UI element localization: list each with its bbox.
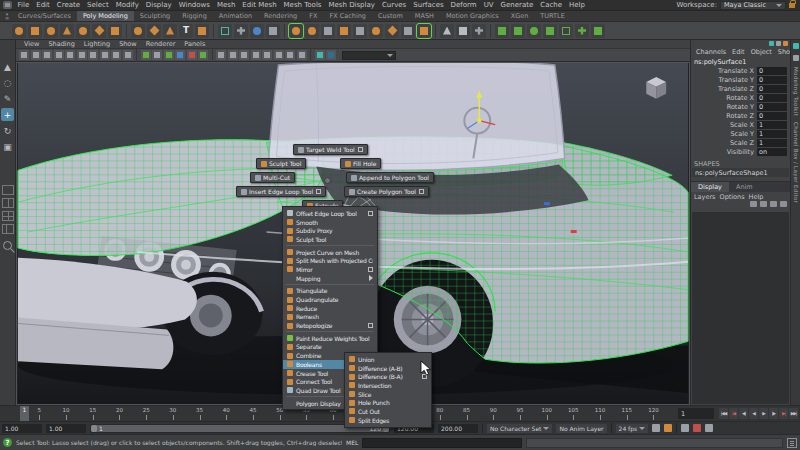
fps-dropdown[interactable]: 24 fps [616,424,649,433]
layer-menu-layers[interactable]: Layers [694,193,716,201]
range-handle-left[interactable] [91,425,97,432]
boolean-item-hole-punch[interactable]: Hole Punch [345,398,431,407]
marking-menu-item[interactable]: Create Polygon Tool [344,186,429,197]
playback-start-field[interactable]: 1.00 [46,424,86,433]
side-tab-modeling-toolkit[interactable]: Modeling Toolkit [793,67,799,116]
channel-value-field[interactable]: 0 [757,67,787,75]
animation-end-field[interactable]: 200.00 [438,424,478,433]
panel-toolbar-icon[interactable] [175,50,185,60]
menu-item-subdiv-proxy[interactable]: Subdiv Proxy [283,226,377,235]
channel-value-field[interactable]: 0 [757,103,787,111]
menu-item-project-curve-on-mesh[interactable]: Project Curve on Mesh [283,248,377,257]
option-box-icon[interactable] [368,323,373,328]
menu-item-smooth[interactable]: Smooth [283,218,377,227]
channel-box-menu-channels[interactable]: Channels [694,48,728,56]
shelf-tab-sculpting[interactable]: Sculpting [134,11,176,21]
poly-torus-icon[interactable] [76,24,90,38]
channel-value-field[interactable]: 1 [757,139,787,147]
animation-start-field[interactable]: 1.00 [2,424,42,433]
panel-toolbar-icon[interactable] [262,50,272,60]
panel-toolbar-icon[interactable] [42,50,52,60]
select-tool[interactable]: ▲ [1,60,14,73]
uv-icon[interactable] [591,24,605,38]
menu-generate[interactable]: Generate [497,1,537,9]
range-handle-right[interactable] [383,425,389,432]
boolean-item-split-edges[interactable]: Split Edges [345,416,431,425]
panel-menu-lighting[interactable]: Lighting [80,40,114,48]
shelf-tab-animation[interactable]: Animation [213,11,258,21]
uv-icon[interactable] [527,24,541,38]
target-weld-icon[interactable] [472,24,486,38]
panel-toolbar-icon[interactable] [19,50,29,60]
playback-end-field[interactable]: 120.00 [394,424,434,433]
poly-cone-icon[interactable] [60,24,74,38]
channel-value-field[interactable]: 1 [757,121,787,129]
menu-item-sculpt-tool[interactable]: Sculpt Tool [283,235,377,244]
menu-item-separate[interactable]: Separate [283,343,377,352]
marking-menu-item[interactable]: Sculpt Tool [256,158,306,169]
reduce-icon[interactable] [321,24,335,38]
rotate-tool[interactable]: ↻ [1,124,14,137]
panel-toolbar-icon[interactable] [285,50,295,60]
boolean-item-difference-b-a-[interactable]: Difference (B-A) [345,372,431,381]
step-forward-key-button[interactable]: ▶| [779,408,788,419]
loop-toggle-icon[interactable] [652,424,660,432]
paint-select-tool[interactable]: ✎ [1,92,14,105]
channel-value-field[interactable]: 0 [757,85,787,93]
multicut-icon[interactable] [440,24,454,38]
panel-menu-view[interactable]: View [20,40,43,48]
platonic-solid-icon[interactable] [131,24,145,38]
menu-mesh[interactable]: Mesh [213,1,238,9]
shelf-tab-xgen[interactable]: XGen [505,11,535,21]
panel-toolbar-icon[interactable] [31,50,41,60]
option-box-icon[interactable] [316,189,321,194]
panel-toolbar-icon[interactable] [187,50,197,60]
menu-item-mirror[interactable]: Mirror [283,265,377,274]
menu-uv[interactable]: UV [480,1,497,9]
new-layer-button[interactable] [760,201,767,207]
option-box-icon[interactable] [422,374,427,379]
layout-four-pane-button[interactable] [2,211,14,221]
menu-select[interactable]: Select [84,1,113,9]
panel-menu-shading[interactable]: Shading [44,40,78,48]
channel-value-field[interactable]: 0 [757,94,787,102]
retopo-icon[interactable] [305,24,319,38]
option-box-icon[interactable] [368,267,373,272]
menu-modify[interactable]: Modify [112,1,142,9]
character-set-dropdown[interactable]: No Character Set [487,424,552,433]
panel-menu-panels[interactable]: Panels [180,40,209,48]
go-to-end-button[interactable]: ▶▶| [789,408,798,419]
marking-menu-item[interactable]: Fill Hole [340,158,381,169]
panel-toggle-icon[interactable] [769,41,774,46]
uv-icon[interactable] [559,24,573,38]
option-box-icon[interactable] [419,189,424,194]
panel-menu-show[interactable]: Show [115,40,141,48]
boolean-item-cut-out[interactable]: Cut Out [345,407,431,416]
combine-icon[interactable] [337,24,351,38]
panel-toolbar-icon[interactable] [152,50,162,60]
layer-tab-anim[interactable]: Anim [729,182,760,192]
scale-tool[interactable]: ▣ [1,140,14,153]
shelf-tab-rigging[interactable]: Rigging [176,11,213,21]
menu-file[interactable]: File [14,1,33,9]
menu-item-paint-reduce-weights-tool[interactable]: Paint Reduce Weights Tool [283,334,377,343]
boolean-icon[interactable] [369,24,383,38]
menu-item-triangulate[interactable]: Triangulate [283,287,377,296]
anim-layer-dropdown[interactable]: No Anim Layer [556,424,606,433]
range-bar[interactable]: 1 120 [90,424,390,433]
command-line-input[interactable] [362,438,522,448]
panel-toolbar-icon[interactable] [100,50,110,60]
uv-icon[interactable] [575,24,589,38]
panel-menu-renderer[interactable]: Renderer [142,40,180,48]
option-box-icon[interactable] [358,147,363,152]
layer-list[interactable] [692,212,789,404]
panel-toolbar-icon[interactable] [239,50,249,60]
panel-toolbar-icon[interactable] [77,50,87,60]
step-back-key-button[interactable]: |◀ [729,408,738,419]
panel-toolbar-dropdown[interactable] [342,51,396,60]
lattice-icon[interactable] [266,24,280,38]
menu-deform[interactable]: Deform [447,1,480,9]
menu-mesh-display[interactable]: Mesh Display [325,1,378,9]
menu-windows[interactable]: Windows [175,1,213,9]
menu-edit-mesh[interactable]: Edit Mesh [239,1,280,9]
